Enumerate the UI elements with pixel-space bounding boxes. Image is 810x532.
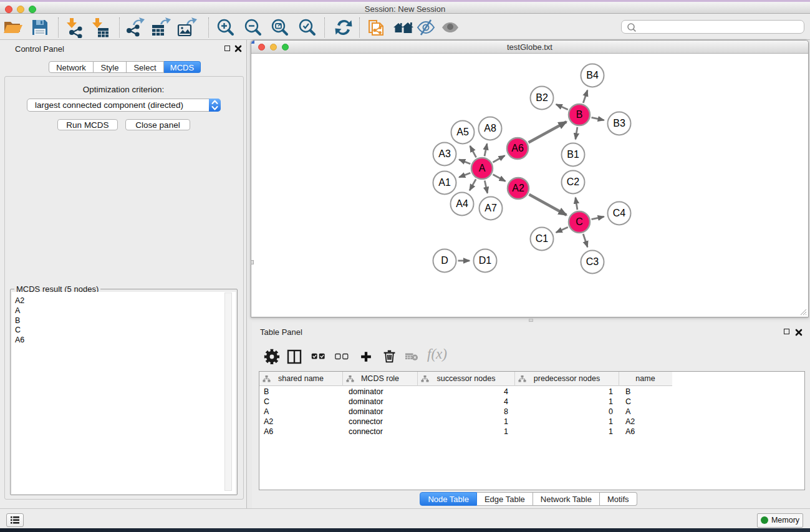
svg-text:A1: A1 — [438, 177, 451, 188]
svg-text:D1: D1 — [479, 255, 492, 266]
svg-text:C: C — [576, 216, 583, 227]
svg-text:D: D — [441, 255, 448, 266]
svg-text:A6: A6 — [511, 143, 524, 153]
svg-text:A7: A7 — [485, 203, 497, 213]
svg-text:C3: C3 — [586, 256, 599, 267]
svg-text:A4: A4 — [456, 198, 468, 209]
svg-text:C1: C1 — [536, 233, 549, 244]
svg-text:C4: C4 — [613, 208, 626, 218]
svg-text:A3: A3 — [438, 148, 451, 159]
svg-text:C2: C2 — [567, 177, 580, 187]
svg-text:A2: A2 — [512, 183, 524, 193]
svg-text:B3: B3 — [613, 118, 625, 128]
svg-text:B2: B2 — [536, 92, 548, 103]
svg-text:B4: B4 — [586, 70, 599, 80]
svg-text:A5: A5 — [456, 127, 469, 137]
svg-text:B1: B1 — [567, 149, 579, 160]
svg-text:A: A — [479, 163, 486, 173]
svg-text:A8: A8 — [484, 123, 496, 133]
svg-text:B: B — [576, 109, 583, 120]
